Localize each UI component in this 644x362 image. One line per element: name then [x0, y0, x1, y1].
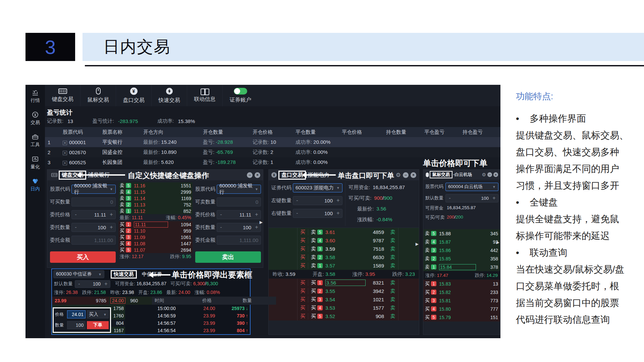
bid-price[interactable]: 11.11 — [134, 222, 168, 228]
bid-price[interactable]: 3.54 — [325, 297, 347, 302]
bid-price[interactable]: 15.82 — [439, 290, 460, 295]
bid-row[interactable]: 买 买 5 3.52 908 卖 — [269, 312, 419, 320]
quick-buy-cell[interactable]: 买 — [298, 229, 308, 235]
available-qty-field[interactable]: 0 — [217, 197, 261, 206]
sidebar-item-trade[interactable]: 交易 — [25, 111, 45, 126]
price-stepper[interactable]: -11.11+ — [217, 210, 261, 219]
ask-row[interactable]: 卖 4 11.15 2999 — [118, 189, 193, 195]
minus-button[interactable]: - — [72, 212, 80, 218]
available-qty-field[interactable]: 0 — [71, 197, 116, 206]
plus-button[interactable]: + — [102, 281, 110, 287]
sidebar-item-market[interactable]: 行情 — [25, 89, 45, 104]
bid-row[interactable]: 买 买 2 3.55 3942 卖 — [269, 287, 419, 295]
ask-price[interactable]: 3.59 — [325, 246, 347, 252]
bid-ladder-cell[interactable]: 23.999785 — [52, 297, 109, 305]
ask-price[interactable]: 15.87 — [439, 239, 460, 245]
ask-price[interactable]: 15.86 — [439, 248, 460, 253]
ask-row[interactable]: 卖 5 15.88 345 — [423, 229, 500, 238]
minus-button[interactable]: - — [217, 224, 225, 230]
minus-button[interactable]: - — [446, 195, 454, 201]
bid-row[interactable]: 买 5 15.79 151 — [423, 313, 500, 321]
place-order-button[interactable]: 下单 — [87, 321, 109, 329]
ask-row[interactable]: 卖 4 15.87 93 — [423, 238, 500, 246]
ask-price[interactable]: 3.57 — [325, 263, 347, 268]
stock-code-select[interactable]: 600030 中信证券▼ — [53, 270, 104, 278]
plus-button[interactable]: + — [253, 224, 261, 230]
expand-icon[interactable]: + — [63, 161, 67, 165]
quick-buy-cell[interactable]: 买 — [298, 296, 308, 303]
toolbar-pankou-trade[interactable]: ¥ 盘口交易 — [116, 85, 152, 106]
ask-row[interactable]: 卖 2 11.13 752 — [118, 201, 193, 208]
quick-buy-cell[interactable]: 买 — [298, 280, 308, 286]
stock-code-select[interactable]: 600004 白云机场▼ — [445, 183, 498, 191]
bid-price[interactable]: 11.10 — [134, 228, 153, 234]
ask-price[interactable]: 11.15 — [134, 189, 153, 195]
plus-button[interactable]: + — [253, 212, 261, 218]
selected-price-box[interactable]: 24.00 — [110, 298, 125, 304]
ask-price[interactable]: 3.61 — [325, 229, 347, 235]
minimize-icon[interactable]: – — [247, 172, 253, 178]
plus-button[interactable]: + — [107, 212, 115, 218]
table-row[interactable]: 2 +002670 国盛金控 最新价: 10.890 盈亏: -65.769 记… — [45, 147, 500, 157]
sidebar-item-quant[interactable]: 量化 — [25, 155, 45, 170]
buy-button[interactable]: 买入 — [50, 251, 116, 263]
panel-expander-icon[interactable]: ▶ — [416, 242, 419, 246]
price-stepper[interactable]: -11.11+ — [71, 210, 116, 219]
bid-row[interactable]: 买 1 15.83 13 — [423, 280, 500, 288]
quick-sell-cell[interactable]: 卖 — [387, 305, 398, 311]
qty-stepper[interactable]: -100+ — [75, 280, 110, 288]
bid-row[interactable]: 买 买 1 3.56 8321 卖 — [269, 279, 419, 287]
depth-volume[interactable]: 804 — [111, 319, 125, 327]
settings-gear-icon[interactable]: ⚙ — [482, 172, 486, 177]
panel-expander-icon[interactable]: ▶ — [496, 240, 499, 245]
plus-button[interactable]: + — [334, 210, 342, 216]
minimize-icon[interactable]: – — [403, 172, 409, 178]
close-icon[interactable]: × — [255, 172, 260, 178]
quick-sell-cell[interactable]: 卖 — [387, 229, 398, 235]
quick-sell-cell[interactable]: 卖 — [387, 262, 398, 269]
quick-buy-cell[interactable]: 买 — [298, 313, 308, 319]
toolbar-mouse-trade[interactable]: 鼠标交易 — [80, 85, 116, 106]
bid-price[interactable]: 11.07 — [134, 247, 153, 253]
qty-stepper[interactable]: -100+ — [445, 194, 498, 202]
bid-price[interactable]: 3.55 — [325, 288, 347, 294]
ask-row[interactable]: 卖 1 11.12 852 — [118, 208, 193, 214]
popup-qty-input[interactable]: 100 — [67, 321, 86, 329]
order-amount-field[interactable]: 1,111.00 — [71, 236, 116, 245]
table-row[interactable]: 1 +000001 平安银行 最新价: 15.240 盈亏: -28.928 记… — [45, 137, 500, 147]
ask-row[interactable]: 卖 2 15.85 358 — [423, 254, 500, 263]
minus-button[interactable]: - — [75, 281, 83, 287]
bid-row[interactable]: 买 1 11.11 1094 — [118, 221, 193, 228]
bid-row[interactable]: 买 2 11.10 959 — [118, 228, 193, 234]
ask-row[interactable]: 卖 3 15.86 442 — [423, 246, 500, 254]
quick-buy-cell[interactable]: 买 — [298, 237, 308, 244]
popup-side-select[interactable]: 买入▼ — [87, 310, 109, 318]
bid-row[interactable]: 买 4 15.80 777 — [423, 305, 500, 313]
qty-stepper[interactable]: -100+ — [217, 223, 261, 232]
panel-expander-icon[interactable]: ▶ — [260, 220, 263, 225]
plus-button[interactable]: + — [334, 197, 342, 203]
right-qty-stepper[interactable]: -100+ — [293, 209, 342, 218]
ask-row[interactable]: 买 卖 2 3.58 6630 卖 — [269, 253, 419, 261]
toolbar-keyboard-trade[interactable]: 键盘交易 — [45, 85, 80, 106]
quick-buy-cell[interactable]: 买 — [298, 305, 308, 311]
depth-volume[interactable]: 1167 — [111, 327, 125, 334]
ask-price[interactable]: 15.88 — [439, 231, 460, 236]
bid-row[interactable]: 买 5 11.07 2694 — [118, 247, 193, 253]
quick-sell-cell[interactable]: 卖 — [387, 296, 398, 303]
bid-price[interactable]: 11.09 — [134, 235, 153, 240]
ask-ladder-cell[interactable]: 24.00960 — [109, 297, 152, 305]
toolbar-quick-trade[interactable]: 快速交易 — [152, 85, 187, 106]
quick-buy-cell[interactable]: 买 — [298, 254, 308, 260]
sidebar-item-intraday[interactable]: 日内 — [25, 177, 45, 192]
order-amount-field[interactable]: 1,111.00 — [217, 236, 261, 245]
minimize-icon[interactable]: – — [487, 172, 492, 177]
ask-price[interactable]: 15.84 — [439, 264, 476, 270]
minus-button[interactable]: - — [293, 210, 301, 216]
close-icon[interactable]: × — [493, 172, 498, 177]
bid-price[interactable]: 15.80 — [439, 306, 460, 312]
quick-sell-cell[interactable]: 卖 — [387, 246, 398, 252]
toggle-on-icon[interactable] — [234, 88, 247, 95]
bid-price[interactable]: 3.53 — [325, 305, 347, 311]
ask-price[interactable]: 11.12 — [134, 208, 153, 214]
